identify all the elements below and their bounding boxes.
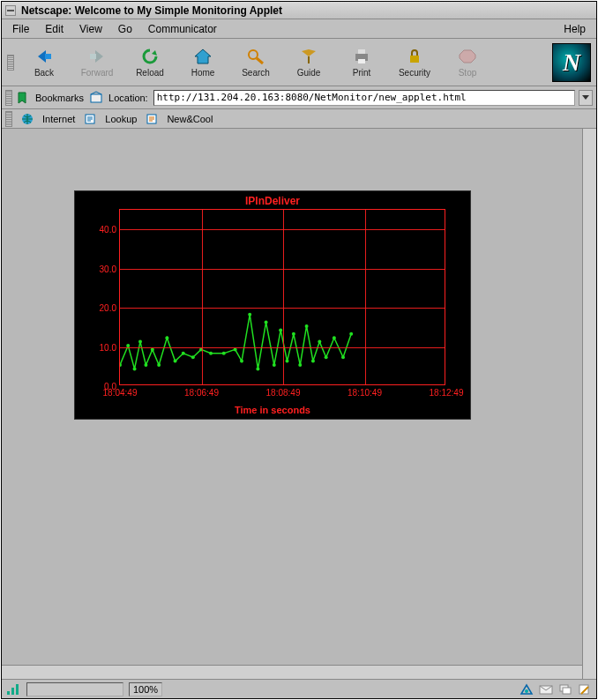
chart-plot-area: 0.010.020.030.040.018:04:4918:06:4918:08… [119,209,445,385]
mailbox-icon[interactable] [538,682,554,696]
menu-file[interactable]: File [5,21,36,37]
menu-edit[interactable]: Edit [38,21,71,37]
svg-rect-6 [91,94,101,102]
search-icon [244,47,267,66]
svg-point-10 [120,363,122,367]
security-button[interactable]: Security [392,41,437,84]
svg-point-39 [341,355,345,359]
guide-button[interactable]: Guide [286,41,332,84]
guide-icon [297,47,320,66]
svg-point-13 [138,340,142,344]
discussions-icon[interactable] [557,682,573,696]
vertical-scrollbar[interactable] [582,129,596,679]
svg-point-25 [240,360,243,363]
back-label: Back [34,68,54,78]
svg-rect-2 [358,49,365,54]
svg-point-29 [273,363,276,367]
location-icon [89,91,103,105]
svg-point-0 [249,50,258,59]
svg-point-15 [151,347,154,351]
security-label: Security [399,68,430,78]
status-progress [26,682,123,696]
svg-point-33 [298,363,302,367]
menu-help[interactable]: Help [557,21,593,37]
horizontal-scrollbar[interactable] [2,665,582,679]
toolbar-grip[interactable] [7,55,14,71]
browser-window: Netscape: Welcome to My Simple Monitorin… [1,1,597,699]
title-bar: Netscape: Welcome to My Simple Monitorin… [2,2,596,19]
chart-xtick: 18:08:49 [266,388,301,398]
svg-point-28 [265,321,268,324]
svg-point-17 [165,336,168,339]
navigator-icon[interactable] [519,682,534,696]
newcool-icon[interactable] [146,113,158,125]
location-label: Location: [108,93,148,103]
lookup-link[interactable]: Lookup [105,114,137,124]
svg-rect-43 [16,684,19,695]
status-signal-icon [5,682,21,696]
svg-point-20 [191,355,195,359]
svg-point-31 [286,360,289,363]
url-input[interactable] [153,90,575,106]
window-menu-button[interactable] [5,5,16,16]
menu-bar: File Edit View Go Communicator Help [2,19,596,39]
linksbar-grip[interactable] [5,111,12,127]
svg-point-24 [234,347,237,351]
back-button[interactable]: Back [21,41,67,84]
print-button[interactable]: Print [339,41,385,84]
svg-point-37 [325,355,328,359]
menu-go[interactable]: Go [111,21,139,37]
reload-icon [138,47,161,66]
svg-point-16 [157,363,161,367]
forward-label: Forward [81,68,114,78]
svg-rect-42 [11,688,14,695]
svg-point-36 [318,340,321,344]
svg-point-35 [311,360,315,363]
svg-point-19 [182,352,185,355]
svg-point-34 [305,324,309,328]
composer-icon[interactable] [577,682,593,696]
internet-icon[interactable] [21,113,34,125]
stop-button[interactable]: Stop [445,41,490,84]
chart-ytick: 20.0 [100,303,116,313]
internet-link[interactable]: Internet [42,114,75,124]
print-icon [350,47,373,66]
svg-point-44 [525,689,528,693]
location-bar: Bookmarks Location: [2,86,596,109]
search-label: Search [242,68,270,78]
search-button[interactable]: Search [233,41,279,84]
svg-marker-5 [460,50,475,63]
url-history-dropdown[interactable] [579,90,593,106]
svg-point-26 [248,313,251,316]
print-label: Print [353,68,371,78]
chart-ytick: 40.0 [100,225,116,235]
locbar-grip[interactable] [5,90,12,106]
menu-communicator[interactable]: Communicator [141,21,224,37]
svg-rect-41 [7,691,10,695]
stop-icon [456,47,479,66]
bookmarks-icon[interactable] [16,91,30,105]
svg-rect-4 [410,56,419,63]
svg-rect-48 [579,685,588,694]
forward-button[interactable]: Forward [74,41,120,84]
svg-point-14 [144,363,147,367]
svg-point-12 [133,367,137,370]
chart-ytick: 30.0 [100,264,116,273]
content-area: IPInDeliver 0.010.020.030.040.018:04:491… [2,129,596,679]
reload-label: Reload [136,68,164,78]
netscape-logo: N [552,43,591,82]
reload-button[interactable]: Reload [127,41,173,84]
svg-point-30 [279,328,282,331]
bookmarks-label[interactable]: Bookmarks [35,93,84,103]
home-button[interactable]: Home [180,41,226,84]
status-bar: 100% [2,679,596,698]
back-icon [33,47,56,66]
monitoring-chart: IPInDeliver 0.010.020.030.040.018:04:491… [74,190,471,420]
newcool-link[interactable]: New&Cool [167,114,213,124]
chart-title: IPInDeliver [75,191,470,207]
personal-toolbar: Internet Lookup New&Cool [2,109,596,129]
chart-xtick: 18:12:49 [430,388,464,398]
svg-point-40 [349,332,353,336]
menu-view[interactable]: View [72,21,109,37]
lookup-icon[interactable] [84,113,96,125]
